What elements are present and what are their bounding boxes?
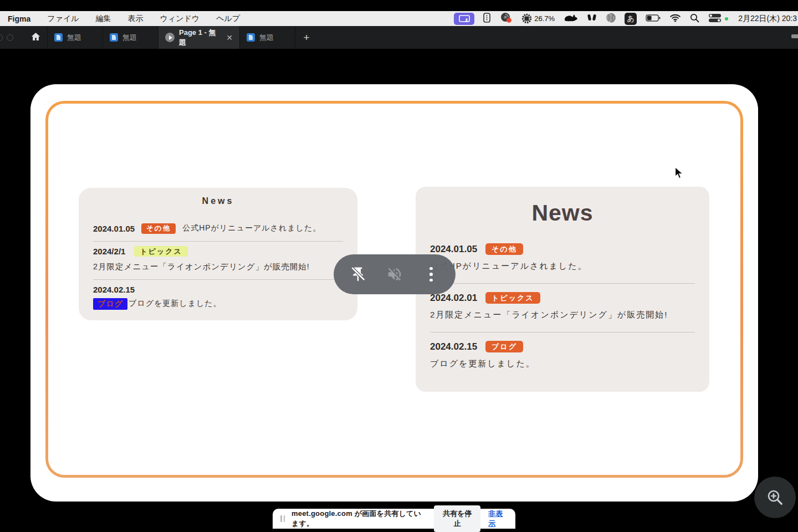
figma-file-icon: [54, 33, 63, 42]
window-control-circle[interactable]: [7, 34, 13, 41]
zoom-in-icon: [765, 488, 785, 508]
tab-label: 無題: [122, 33, 137, 43]
more-options-button[interactable]: [419, 262, 443, 287]
round-app-icon[interactable]: [606, 13, 616, 24]
tab-untitled-1[interactable]: 無題: [48, 26, 103, 49]
news-text: 公式HPがリニューアルされました。: [430, 261, 695, 272]
news-card-large: News 2024.01.05 その他 公式HPがリニューアルされました。 20…: [416, 187, 709, 392]
news-date: 2024.01.05: [430, 244, 477, 255]
menu-window[interactable]: ウィンドウ: [160, 14, 200, 24]
wifi-icon[interactable]: [669, 13, 681, 24]
drag-handle-icon[interactable]: [280, 515, 285, 522]
cat-app-icon[interactable]: [564, 13, 578, 24]
close-tab-icon[interactable]: ✕: [226, 33, 233, 42]
tab-label: 無題: [67, 33, 81, 43]
tab-untitled-2[interactable]: 無題: [103, 26, 158, 49]
news-item: 2024.02.15 ブログ ブログを更新しました。: [430, 332, 695, 381]
prototype-play-icon: [165, 33, 175, 42]
category-badge: ブログ: [485, 341, 523, 352]
news-item: 2024.02.15 ブログ ブログを更新しました。: [93, 280, 343, 310]
category-badge: ブログ: [93, 298, 127, 310]
news-text: 公式HPがリニューアルされました。: [182, 223, 321, 233]
stop-sharing-button[interactable]: 共有を停止: [434, 505, 480, 532]
news-item: 2024.01.05 その他 公式HPがリニューアルされました。: [93, 218, 343, 242]
menubar-datetime[interactable]: 2月22日(木) 20:3: [738, 14, 797, 24]
category-badge: その他: [485, 243, 523, 255]
more-options-icon: [429, 267, 433, 282]
window-control-circle[interactable]: [0, 34, 3, 41]
figma-file-icon: [247, 33, 255, 42]
news-card-small: News 2024.01.05 その他 公式HPがリニューアルされました。 20…: [79, 188, 357, 320]
news-title: News: [430, 200, 695, 226]
zoom-in-button[interactable]: [754, 477, 796, 518]
news-date: 2024.02.15: [93, 285, 135, 294]
tab-page1-active[interactable]: Page 1 - 無題 ✕: [158, 26, 240, 49]
tab-label: 無題: [259, 33, 274, 43]
input-method-icon[interactable]: あ: [625, 13, 637, 25]
home-icon: [31, 32, 40, 43]
hide-banner-link[interactable]: 非表示: [488, 509, 508, 529]
category-badge: トピックス: [134, 246, 188, 257]
unmute-button[interactable]: [382, 262, 407, 287]
status-green-dot: [725, 17, 728, 21]
spotlight-search-icon[interactable]: [690, 13, 699, 24]
window-controls[interactable]: [0, 26, 24, 49]
tab-untitled-3[interactable]: 無題: [240, 26, 295, 49]
meet-floating-controls: [334, 254, 456, 294]
battery-icon[interactable]: [646, 14, 661, 23]
news-text: ブログを更新しました。: [129, 299, 222, 309]
figma-file-icon: [110, 33, 118, 42]
news-text: 2月限定メニュー「ライオンポンデリング」が販売開始!: [430, 310, 695, 320]
macos-menubar: Figma ファイル 編集 表示 ウィンドウ ヘルプ 26.7%: [0, 11, 798, 26]
tab-label: Page 1 - 無題: [179, 28, 222, 48]
cpu-usage-value: 26.7%: [534, 14, 555, 23]
figma-tabbar: 無題 無題 Page 1 - 無題 ✕ 無題 +: [0, 26, 798, 49]
share-message: meet.google.com が画面を共有しています。: [291, 509, 427, 529]
screen: Figma ファイル 編集 表示 ウィンドウ ヘルプ 26.7%: [0, 0, 798, 532]
news-item: 2024/2/1 トピックス 2月限定メニュー「ライオンポンデリング」が販売開始…: [93, 242, 343, 280]
news-date: 2024.01.05: [93, 224, 135, 233]
screen-recording-icon[interactable]: [499, 12, 513, 25]
control-center-icon[interactable]: [708, 13, 722, 24]
airpods-icon[interactable]: [587, 13, 597, 24]
menu-edit[interactable]: 編集: [96, 14, 111, 24]
news-date: 2024/2/1: [93, 247, 125, 256]
cpu-usage[interactable]: 26.7%: [521, 13, 555, 24]
tabbar-overflow-icon[interactable]: [791, 34, 798, 38]
unpin-icon: [350, 266, 366, 283]
volume-muted-icon: [386, 266, 403, 283]
screen-sharing-indicator-icon[interactable]: [454, 13, 474, 25]
menu-help[interactable]: ヘルプ: [216, 14, 240, 24]
news-date: 2024.02.15: [430, 341, 477, 352]
home-tab[interactable]: [24, 26, 48, 49]
news-title: News: [93, 196, 343, 206]
news-text: ブログを更新しました。: [430, 359, 695, 369]
category-badge: トピックス: [485, 292, 540, 304]
menu-file[interactable]: ファイル: [47, 14, 79, 24]
news-item: 2024.01.05 その他 公式HPがリニューアルされました。: [430, 235, 695, 284]
new-tab-button[interactable]: +: [295, 26, 318, 49]
screen-share-banner: meet.google.com が画面を共有しています。 共有を停止 非表示: [273, 509, 515, 529]
menu-view[interactable]: 表示: [128, 14, 144, 24]
mouse-cursor: [674, 166, 684, 182]
keystroke-app-icon[interactable]: [483, 13, 490, 24]
category-badge: その他: [141, 223, 176, 234]
unpin-button[interactable]: [346, 262, 370, 287]
news-text: 2月限定メニュー「ライオンポンデリング」が販売開始!: [93, 262, 343, 272]
menu-figma[interactable]: Figma: [8, 14, 30, 23]
news-item: 2024.02.01 トピックス 2月限定メニュー「ライオンポンデリング」が販売…: [430, 284, 695, 332]
